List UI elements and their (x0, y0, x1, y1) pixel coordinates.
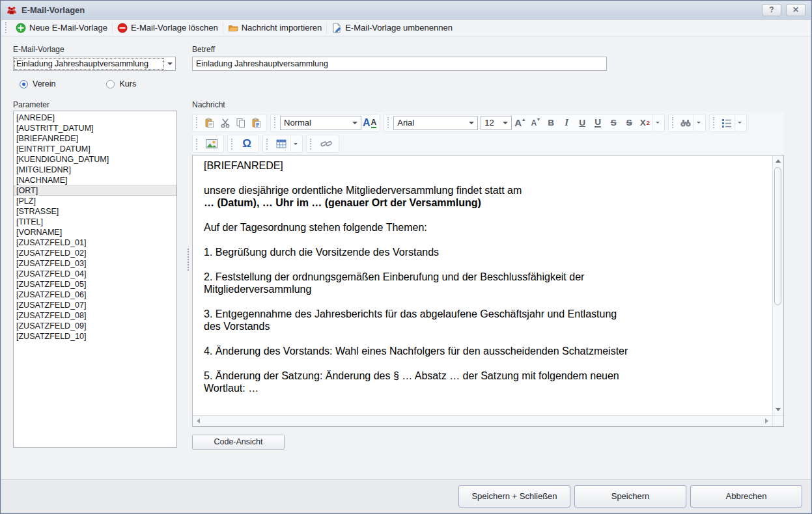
italic-icon: I (565, 117, 568, 128)
group-grip[interactable] (310, 139, 313, 150)
parameter-item[interactable]: [PLZ] (14, 196, 176, 206)
delete-template-button[interactable]: E-Mail-Vorlage löschen (113, 21, 223, 35)
grow-font-button[interactable]: A▴ (512, 115, 527, 131)
list-options-button[interactable] (735, 115, 744, 131)
paragraph-style-select[interactable]: Normal (280, 116, 361, 130)
copy-button[interactable] (233, 115, 249, 131)
parameter-item[interactable]: [MITGLIEDNR] (14, 165, 176, 175)
parameter-item[interactable]: [VORNAME] (14, 227, 176, 237)
toolbar-grip[interactable] (5, 22, 8, 33)
paste-special-button[interactable] (249, 115, 264, 131)
bold-icon: B (548, 118, 554, 128)
template-select-arrow[interactable] (164, 57, 175, 70)
scope-radio-group: Verein Kurs (20, 79, 136, 88)
double-strikethrough-button[interactable]: S (621, 115, 637, 131)
new-template-button[interactable]: Neue E-Mail-Vorlage (11, 21, 112, 35)
group-grip[interactable] (387, 117, 391, 128)
panel-splitter[interactable] (186, 36, 190, 480)
parameter-item[interactable]: [ANREDE] (14, 113, 176, 123)
group-grip[interactable] (231, 139, 234, 150)
paste-button[interactable] (202, 115, 217, 131)
parameter-item[interactable]: [ZUSATZFELD_07] (14, 300, 176, 310)
scroll-right-icon[interactable] (765, 418, 768, 424)
double-underline-icon: U (595, 118, 601, 128)
close-button[interactable]: ✕ (786, 4, 805, 16)
group-grip[interactable] (196, 117, 199, 128)
parameter-item[interactable]: [STRASSE] (14, 206, 176, 217)
parameter-item[interactable]: [KUENDIGUNG_DATUM] (14, 154, 176, 165)
superscript-button[interactable]: X2 (637, 115, 652, 131)
parameter-item[interactable]: [ZUSATZFELD_04] (14, 269, 176, 279)
paste-special-icon (251, 118, 262, 128)
radio-kurs[interactable]: Kurs (106, 79, 136, 88)
new-template-label: Neue E-Mail-Vorlage (29, 23, 107, 33)
group-grip[interactable] (266, 139, 270, 150)
parameter-item[interactable]: [BRIEFANREDE] (14, 133, 176, 144)
parameter-item[interactable]: [ZUSATZFELD_09] (14, 321, 176, 331)
import-message-button[interactable]: Nachricht importieren (223, 21, 327, 35)
image-group (192, 135, 224, 153)
add-icon (16, 23, 26, 33)
radio-selected-icon (20, 80, 28, 88)
parameter-list[interactable]: [ANREDE][AUSTRITT_DATUM][BRIEFANREDE][EI… (13, 111, 177, 448)
code-view-button[interactable]: Code-Ansicht (192, 435, 285, 450)
radio-unselected-icon (106, 80, 115, 88)
subject-input[interactable] (192, 57, 607, 71)
parameter-item[interactable]: [ZUSATZFELD_03] (14, 258, 176, 269)
italic-button[interactable]: I (559, 115, 574, 131)
group-grip[interactable] (274, 117, 277, 128)
parameter-item[interactable]: [EINTRITT_DATUM] (14, 144, 176, 154)
chevron-down-icon (738, 122, 742, 124)
scroll-left-icon[interactable] (197, 418, 200, 424)
parameter-item[interactable]: [ZUSATZFELD_01] (14, 237, 176, 248)
font-family-select[interactable]: Arial (393, 116, 478, 130)
parameter-item[interactable]: [ZUSATZFELD_08] (14, 310, 176, 321)
message-text-area[interactable]: [BRIEFANREDE]unsere diesjährige ordentli… (193, 156, 772, 415)
parameter-item[interactable]: [ZUSATZFELD_02] (14, 248, 176, 258)
double-underline-button[interactable]: U (590, 115, 606, 131)
strikethrough-button[interactable]: S (606, 115, 621, 131)
insert-table-button[interactable] (272, 136, 290, 152)
group-grip[interactable] (196, 139, 199, 150)
parameter-item[interactable]: [ZUSATZFELD_06] (14, 290, 176, 300)
chevron-down-icon (294, 143, 298, 145)
cut-button[interactable] (217, 115, 233, 131)
find-button[interactable] (678, 115, 693, 131)
parameter-item[interactable]: [TITEL] (14, 217, 176, 227)
parameter-item[interactable]: [ZUSATZFELD_05] (14, 279, 176, 290)
chevron-down-icon (656, 122, 660, 124)
scroll-up-icon[interactable] (776, 159, 781, 163)
horizontal-scrollbar[interactable] (193, 415, 772, 426)
group-grip[interactable] (713, 117, 716, 128)
cancel-button[interactable]: Abbrechen (690, 485, 802, 507)
shrink-font-button[interactable]: A▾ (527, 115, 543, 131)
clipboard-group (192, 114, 267, 132)
vertical-scrollbar[interactable] (772, 156, 783, 415)
save-close-button[interactable]: Speichern + Schließen (458, 485, 570, 507)
help-button[interactable]: ? (762, 4, 781, 16)
find-group (668, 114, 706, 132)
bullet-list-button[interactable] (719, 115, 735, 131)
template-select[interactable]: Einladung Jahreshauptversammlung (13, 57, 176, 71)
parameter-item[interactable]: [ZUSATZFELD_10] (14, 331, 176, 342)
font-size-select[interactable]: 12 (481, 116, 512, 130)
font-dialog-button[interactable]: AA (361, 115, 378, 131)
message-paragraph: 1. Begrüßung durch die Vorsitzende des V… (204, 246, 632, 258)
special-character-button[interactable]: Ω (237, 136, 257, 152)
table-options-button[interactable] (290, 136, 300, 152)
rename-template-button[interactable]: E-Mail-Vorlage umbenennen (327, 21, 457, 35)
parameter-item[interactable]: [NACHNAME] (14, 175, 176, 185)
underline-button[interactable]: U (574, 115, 590, 131)
find-options-button[interactable] (693, 115, 703, 131)
vertical-scrollbar-thumb[interactable] (774, 167, 781, 305)
radio-verein[interactable]: Verein (20, 79, 55, 88)
insert-link-button[interactable] (316, 136, 337, 152)
group-grip[interactable] (672, 117, 675, 128)
more-formatting-button[interactable] (652, 115, 662, 131)
save-button[interactable]: Speichern (574, 485, 686, 507)
parameter-item[interactable]: [AUSTRITT_DATUM] (14, 123, 176, 133)
parameter-item[interactable]: [ORT] (14, 185, 176, 196)
insert-image-button[interactable] (202, 136, 221, 152)
scroll-down-icon[interactable] (776, 408, 781, 411)
bold-button[interactable]: B (543, 115, 559, 131)
